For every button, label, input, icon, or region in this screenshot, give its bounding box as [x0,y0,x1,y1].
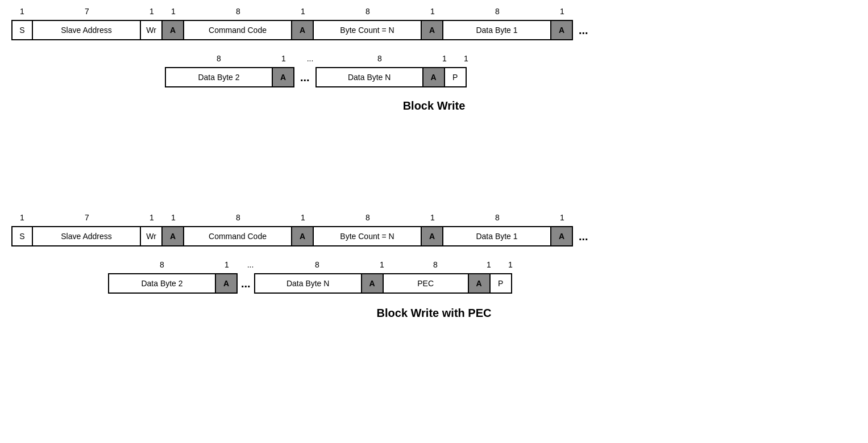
d2-cell-pec: PEC [384,273,469,294]
cell-p: P [445,67,467,87]
d2-cell-p: P [491,273,512,294]
diagram-container: 1 7 1 1 8 1 8 1 8 1 S Slave Address Wr A… [0,0,868,443]
d2-cell-a2: A [292,226,314,246]
num-s-1: 1 [11,7,33,16]
num-p-1: 1 [455,54,477,63]
diagram2-row2-numbers: 8 1 ... 8 1 8 1 1 [108,260,521,269]
diagram2-row1-numbers: 1 7 1 1 8 1 8 1 8 1 [11,213,573,222]
num-cmd-8: 8 [184,7,292,16]
d2-num-cmd-8: 8 [184,213,292,222]
cell-data-byte-2: Data Byte 2 [165,67,273,87]
cell-a1: A [163,20,184,40]
d2-cell-data-byte-n: Data Byte N [254,273,362,294]
d2-cell-a5: A [216,273,238,294]
diagram1-row2-cells: Data Byte 2 A ... Data Byte N A P [165,67,467,87]
d2-num-pec-8: 8 [393,260,478,269]
d2-num-a7-1: 1 [478,260,500,269]
d2-num-a1-1: 1 [163,213,184,222]
diagram1-row1-cells: S Slave Address Wr A Command Code A Byte… [11,20,594,40]
num-a2-1: 1 [292,7,314,16]
cell-s: S [11,20,33,40]
num-wr-1: 1 [141,7,163,16]
d2-num-a5-1: 1 [216,260,238,269]
d2-cell-wr: Wr [141,226,163,246]
d2-ellipsis-1: ... [573,226,594,246]
diagram1-title: Block Write [0,99,868,112]
d2-cell-a7: A [469,273,491,294]
cell-a3: A [422,20,443,40]
d2-cell-slave-address: Slave Address [33,226,141,246]
cell-byte-count: Byte Count = N [314,20,422,40]
cell-data-byte-1: Data Byte 1 [443,20,551,40]
num-a6-1: 1 [434,54,455,63]
d2-cell-a1: A [163,226,184,246]
cell-a6: A [423,67,445,87]
d2-num-a2-1: 1 [292,213,314,222]
d2-cell-s: S [11,226,33,246]
d2-num-dbn-8: 8 [263,260,371,269]
d2-num-db1-8: 8 [443,213,551,222]
d2-num-wr-1: 1 [141,213,163,222]
d2-cell-a3: A [422,226,443,246]
d2-num-p-1: 1 [500,260,521,269]
diagram1-row2-numbers: 8 1 ... 8 1 1 [165,54,477,63]
d2-num-s-1: 1 [11,213,33,222]
d2-num-slave-7: 7 [33,213,141,222]
num-bytecount-8: 8 [314,7,422,16]
cell-a4: A [551,20,573,40]
d2-cell-a4: A [551,226,573,246]
num-db1-8: 8 [443,7,551,16]
diagram1-row1-numbers: 1 7 1 1 8 1 8 1 8 1 [11,7,573,16]
num-a3-1: 1 [422,7,443,16]
cell-command-code: Command Code [184,20,292,40]
d2-num-a4-1: 1 [551,213,573,222]
cell-slave-address: Slave Address [33,20,141,40]
d2-cell-data-byte-1: Data Byte 1 [443,226,551,246]
d2-num-a6-1: 1 [371,260,393,269]
d2-num-a3-1: 1 [422,213,443,222]
diagram2-row2-cells: Data Byte 2 A ... Data Byte N A PEC A P [108,273,512,294]
num-a5-1: 1 [273,54,294,63]
num-db2-8: 8 [165,54,273,63]
d2-cell-data-byte-2: Data Byte 2 [108,273,216,294]
ellipsis-1: ... [573,20,594,40]
d2-num-db2-8: 8 [108,260,216,269]
ellipsis-2: ... [294,67,315,87]
d2-cell-a6: A [362,273,384,294]
num-dbn-8: 8 [326,54,434,63]
diagram2-row1-cells: S Slave Address Wr A Command Code A Byte… [11,226,594,246]
num-slave-7: 7 [33,7,141,16]
d2-num-bytecount-8: 8 [314,213,422,222]
cell-a2: A [292,20,314,40]
diagram2-title: Block Write with PEC [0,307,868,320]
cell-wr: Wr [141,20,163,40]
cell-data-byte-n: Data Byte N [315,67,423,87]
num-a1-1: 1 [163,7,184,16]
cell-a5: A [273,67,294,87]
d2-num-ellipsis: ... [238,260,263,269]
d2-cell-byte-count: Byte Count = N [314,226,422,246]
num-ellipsis: ... [294,54,326,63]
d2-cell-command-code: Command Code [184,226,292,246]
d2-ellipsis-2: ... [238,273,254,294]
num-a4-1: 1 [551,7,573,16]
